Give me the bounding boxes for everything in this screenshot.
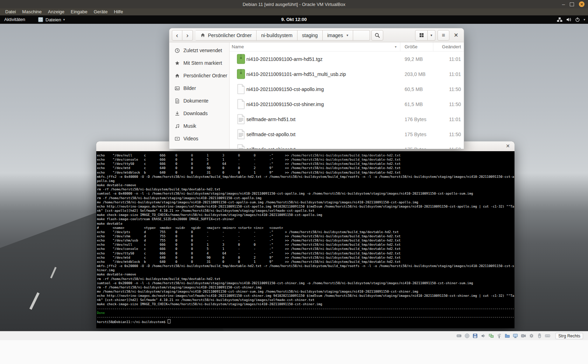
network-icon — [557, 17, 562, 22]
clock[interactable]: 9. Okt 12:00 — [0, 15, 588, 24]
status-icon-optical[interactable] — [464, 333, 470, 339]
menubar-item[interactable]: Geräte — [91, 8, 111, 15]
virtualbox-titlebar[interactable]: Debian 11 [wird ausgeführt] - Oracle VM … — [0, 0, 588, 8]
status-icon-harddisk[interactable] — [456, 333, 462, 339]
path-bar-spacer — [353, 30, 370, 41]
terminal-line: echo "/dev/console c 666 0 0 5 1 - - -" … — [97, 247, 514, 251]
file-size: 175 Bytes — [400, 132, 433, 137]
column-header-name[interactable]: Name ▾ — [230, 42, 400, 51]
sidebar-item-label: Mit Stern markiert — [183, 60, 222, 66]
system-menu-button[interactable]: ▾ — [557, 15, 585, 24]
status-icon-network[interactable] — [488, 333, 494, 339]
window-close-button[interactable]: ✕ — [451, 30, 461, 41]
files-headerbar[interactable]: ‹ › Persönlicher Ordner ▾ ni-buildsystem… — [169, 28, 464, 42]
grid-view-button[interactable] — [415, 30, 428, 41]
sidebar-item-documents[interactable]: Dokumente — [169, 94, 229, 107]
terminal-line: mkfs.jffs2 -e 0x40000 -U -D /home/horsti… — [97, 175, 514, 179]
file-icon — [236, 99, 246, 109]
file-row[interactable]: ni410-202110091150-cst-shiner.img 61,5 M… — [230, 97, 464, 112]
column-header-modified[interactable]: Geändert — [433, 42, 464, 51]
status-icon-recording[interactable] — [520, 333, 526, 339]
terminal-line: Done — [97, 311, 514, 315]
menubar-item[interactable]: Hilfe — [111, 8, 126, 15]
file-row[interactable]: ni410-202110091101-arm-hd51_multi_usb.zi… — [230, 66, 464, 82]
chevron-right-icon: › — [186, 31, 188, 39]
sidebar-item-trash[interactable]: Papierkorb — [169, 145, 229, 149]
hamburger-menu-button[interactable]: ≡ — [438, 30, 449, 41]
status-icon-audio[interactable] — [480, 333, 486, 339]
minimize-icon[interactable]: – — [562, 2, 565, 6]
column-header-size[interactable]: Größe — [400, 42, 433, 51]
sidebar-item-star[interactable]: Mit Stern markiert — [169, 57, 229, 69]
path-segment[interactable]: Persönlicher Ordner ▾ — [196, 30, 257, 41]
sidebar-item-label: Persönlicher Ordner — [183, 73, 227, 78]
terminal-output[interactable]: echo "/dev/null c 666 0 0 1 3 0 0 -" >> … — [96, 151, 514, 328]
path-segment[interactable]: images ▾ — [323, 30, 353, 41]
terminal-line: echo "/dev/ttyS0 c 666 0 0 4 64 - - -" >… — [97, 162, 514, 166]
file-row[interactable]: selfmade-cst-shiner.txt 175 Bytes 11:50 — [230, 142, 464, 149]
guest-screen: Aktivitäten Dateien ▾ 9. Okt 12:00 ▾ ✕ e… — [0, 15, 588, 331]
sidebar-item-icon — [175, 61, 180, 66]
close-icon[interactable]: ✕ — [506, 143, 510, 149]
terminal-line: echo "/dev/null c 666 0 0 1 3 0 0 -" >> … — [97, 153, 514, 158]
terminal-line: echo "/dev/shm/usb d 755 0 0 - - - - -" … — [97, 238, 514, 243]
forward-button[interactable]: › — [182, 30, 193, 41]
file-icon — [236, 144, 246, 149]
back-button[interactable]: ‹ — [172, 30, 182, 41]
terminal-line: hiner.img — [97, 268, 514, 272]
chevron-down-icon: ▾ — [583, 18, 585, 21]
terminal-line: pollo.img — [97, 179, 514, 183]
sidebar-item-downloads[interactable]: Downloads — [169, 107, 229, 120]
virtualbox-menubar: DateiMaschineAnzeigeEingabeGeräteHilfe — [0, 8, 588, 15]
path-segment[interactable]: staging ▾ — [298, 30, 323, 41]
path-segment-label: staging — [302, 33, 318, 38]
terminal-line: nk" [cst-apollo][hd2] Selfmade" 4.10.21 … — [97, 209, 514, 213]
terminal-line: echo "/dev/mtd c 640 0 0 90 0 0 2 9" >> … — [97, 166, 514, 170]
file-size: 60,5 MB — [400, 86, 433, 92]
file-list: Name ▾ Größe Geändert ni410-202110091100… — [230, 42, 464, 149]
path-segment[interactable]: ni-buildsystem ▾ — [257, 30, 297, 41]
menubar-item[interactable]: Maschine — [19, 8, 45, 15]
status-icon-keyboard[interactable] — [545, 333, 551, 339]
status-icon-features[interactable] — [528, 333, 534, 339]
terminal-line: rm -f /home/horsti58/ni-buildsystem/stag… — [97, 196, 514, 200]
sidebar-item-label: Musik — [183, 123, 196, 129]
status-icon-mouse[interactable] — [537, 333, 542, 339]
host-desktop-area — [0, 340, 588, 364]
file-row[interactable]: ni410-202110091100-arm-hd51.tgz 99,2 MB … — [230, 51, 464, 66]
menubar-item[interactable]: Eingabe — [68, 8, 91, 15]
sidebar-item-label: Bilder — [183, 85, 196, 91]
view-options-button[interactable]: ▾ — [428, 30, 435, 41]
terminal-line: echo "/dev/mtdblock b 640 0 0 31 0 0 1 9… — [97, 260, 514, 264]
terminal-line: echo "/dev/mtdblock b 640 0 0 31 0 0 1 9… — [97, 170, 514, 175]
sidebar-item-music[interactable]: Musik — [169, 120, 229, 132]
status-icon-floppy[interactable] — [472, 333, 478, 339]
chevron-down-icon: ▾ — [430, 33, 432, 37]
status-icon-shared-folders[interactable] — [504, 333, 510, 339]
gnome-topbar: Aktivitäten Dateien ▾ 9. Okt 12:00 ▾ — [0, 15, 588, 24]
file-row[interactable]: selfmade-cst-apollo.txt 175 Bytes 11:50 — [230, 127, 464, 142]
file-icon — [236, 129, 246, 139]
sidebar-item-label: Zuletzt verwendet — [183, 48, 222, 53]
menubar-item[interactable]: Datei — [2, 8, 19, 15]
column-name-label: Name — [232, 44, 244, 49]
sidebar-item-label: Dokumente — [183, 98, 209, 104]
menubar-item[interactable]: Anzeige — [45, 8, 68, 15]
sidebar-item-icon — [175, 98, 180, 104]
status-icon-usb[interactable] — [496, 333, 502, 339]
sort-indicator-icon[interactable]: ▾ — [395, 45, 397, 49]
sidebar-item-recent[interactable]: Zuletzt verwendet — [169, 44, 229, 57]
status-icon-display[interactable] — [512, 333, 518, 339]
close-icon[interactable]: ✕ — [579, 1, 584, 7]
sidebar-item-label: Videos — [183, 136, 198, 141]
file-name: selfmade-cst-shiner.txt — [246, 147, 400, 149]
maximize-icon[interactable] — [570, 2, 574, 6]
sidebar-item-videos[interactable]: Videos — [169, 132, 229, 145]
file-size: 175 Bytes — [400, 147, 433, 149]
search-button[interactable] — [371, 30, 383, 41]
file-row[interactable]: ni410-202110091150-cst-apollo.img 60,5 M… — [230, 82, 464, 97]
file-row[interactable]: selfmade-arm-hd51.txt 176 Bytes 11:01 — [230, 112, 464, 127]
sidebar-item-pictures[interactable]: Bilder — [169, 82, 229, 94]
sidebar-item-home[interactable]: Persönlicher Ordner — [169, 69, 229, 82]
terminal-line: ----------------------------------------… — [97, 307, 514, 311]
